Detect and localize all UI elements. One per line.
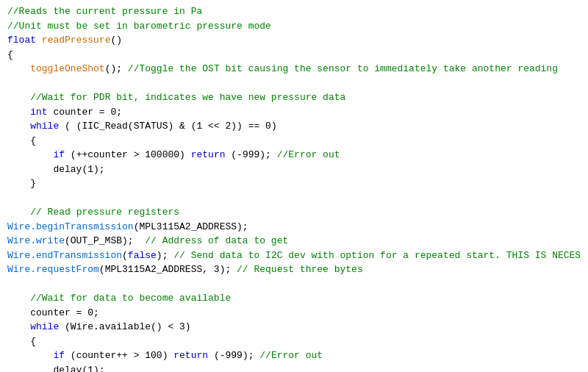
plain-token: (counter++ > 100) [65,350,173,361]
plain-token: (Wire.available() < 3) [59,321,190,332]
plain-token: ( (IIC_Read(STATUS) & (1 << 2)) == 0) [59,121,276,132]
function-name-token: readPressure [42,35,111,46]
plain-token: (MPL3115A2_ADDRESS); [134,221,248,232]
code-line: counter = 0; [7,306,581,321]
plain-token [7,107,30,118]
plain-token: ( [122,250,128,261]
code-line: delay(1); [7,363,581,373]
code-line: Wire.beginTransmission(MPL3115A2_ADDRESS… [7,220,581,235]
plain-token: ); [157,250,173,261]
plain-token [7,321,30,332]
plain-token: counter = 0; [7,307,99,318]
orange-token: toggleOneShot [30,63,104,74]
plain-token [7,207,30,218]
code-editor: //Reads the current pressure in Pa//Unit… [0,0,588,372]
plain-token: (-999); [225,149,276,160]
plain-token: () [110,35,122,46]
plain-token: counter = 0; [48,107,122,118]
code-line: //Unit must be set in barometric pressur… [7,19,581,34]
comment-token: //Wait for data to become available [30,293,231,304]
type-token: int [30,107,47,118]
comment-token: //Error out [259,350,323,361]
code-line: Wire.endTransmission(false); // Send dat… [7,248,581,263]
comment-token: //Reads the current pressure in Pa [7,6,202,17]
plain-token: (); [105,63,128,74]
code-line: // Read pressure registers [7,205,581,220]
keyword-token: return [191,149,226,160]
plain-token [7,293,30,304]
blue-func-token: Wire.endTransmission [7,250,122,261]
comment-token: //Wait for PDR bit, indicates we have ne… [30,92,345,103]
comment-token: //Error out [277,149,340,160]
keyword-token: while [30,121,59,132]
code-line: //Wait for data to become available [7,291,581,306]
code-line: if (counter++ > 100) return (-999); //Er… [7,348,581,363]
plain-token [7,350,53,361]
keyword-token: false [128,250,157,261]
code-line: while ( (IIC_Read(STATUS) & (1 << 2)) ==… [7,119,581,134]
blue-func-token: Wire.beginTransmission [7,221,134,232]
plain-token [7,92,30,103]
blue-func-token: Wire.requestFrom [7,264,99,275]
code-line: //Reads the current pressure in Pa [7,4,581,19]
code-line: //Wait for PDR bit, indicates we have ne… [7,90,581,105]
code-line: delay(1); [7,162,581,177]
code-line: { [7,134,581,149]
comment-token: // Address of data to get [145,235,288,246]
plain-token: { [7,135,36,146]
plain-token [7,121,30,132]
code-line: { [7,48,581,62]
code-line [7,191,581,206]
comment-token: // Request three bytes [237,264,363,275]
plain-token: delay(1); [7,164,105,175]
comment-token: //Toggle the OST bit causing the sensor … [128,63,558,74]
comment-token: //Unit must be set in barometric pressur… [7,21,271,32]
code-line: float readPressure() [7,33,581,48]
comment-token: // Read pressure registers [30,207,179,218]
keyword-token: return [173,350,208,361]
code-line: int counter = 0; [7,105,581,120]
blue-func-token: Wire.write [7,235,65,246]
code-line: while (Wire.available() < 3) [7,320,581,335]
code-line: Wire.write(OUT_P_MSB); // Address of dat… [7,234,581,248]
plain-token: } [7,178,36,189]
plain-token: delay(1); [7,365,105,373]
code-line: toggleOneShot(); //Toggle the OST bit ca… [7,62,581,76]
plain-token [7,63,30,74]
plain-token: { [7,49,13,60]
plain-token: { [7,336,36,347]
comment-token: // Send data to I2C dev with option for … [173,250,581,261]
keyword-token: if [53,350,65,361]
code-line: } [7,176,581,191]
code-line: Wire.requestFrom(MPL3115A2_ADDRESS, 3); … [7,262,581,277]
plain-token: (++counter > 100000) [65,149,191,160]
plain-token: (-999); [208,350,259,361]
code-line: if (++counter > 100000) return (-999); /… [7,148,581,162]
code-line [7,76,581,91]
type-token: float [7,35,36,46]
keyword-token: if [53,149,65,160]
code-line [7,277,581,292]
keyword-token: while [30,321,59,332]
plain-token: (MPL3115A2_ADDRESS, 3); [99,264,237,275]
plain-token [36,35,42,46]
plain-token: (OUT_P_MSB); [65,235,145,246]
plain-token [7,149,53,160]
code-line: { [7,335,581,349]
